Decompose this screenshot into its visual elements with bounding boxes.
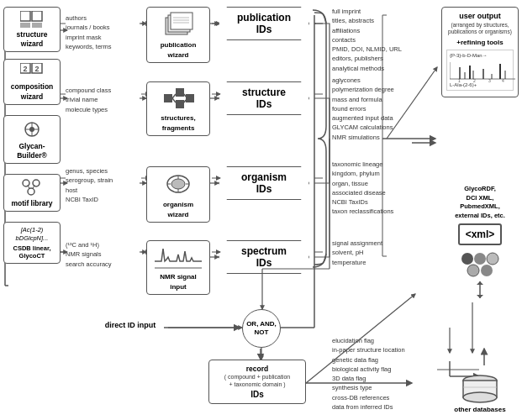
svg-point-34 <box>29 127 34 132</box>
structure-wizard-label: structure wizard <box>17 30 48 48</box>
svg-line-94 <box>387 67 437 139</box>
svg-line-50 <box>172 94 176 98</box>
svg-point-55 <box>171 179 185 189</box>
svg-marker-82 <box>477 295 483 298</box>
xml-box: <xml> <box>458 223 502 245</box>
svg-rect-48 <box>176 100 184 108</box>
left-wizards-column: structure wizard 2 2 composition wizard … <box>3 7 61 264</box>
logic-label: OR, AND, NOT <box>243 320 280 336</box>
comp-input-molecule: molecule types <box>66 105 111 114</box>
svg-text:2: 2 <box>23 65 27 73</box>
org-right-desc: taxonomic lineage kingdom, phylum organ,… <box>332 160 393 217</box>
svg-rect-25 <box>20 23 30 28</box>
record-right-desc: elucidation flag in-paper structure loca… <box>332 336 405 412</box>
spec-input-labels: (¹³C and ¹H) NMR signals search accuracy <box>66 240 112 269</box>
pub-input-authors: authors <box>66 13 112 23</box>
pub-right-desc: full imprint titles, abstracts affiliati… <box>332 7 402 73</box>
logic-circle: OR, AND, NOT <box>242 309 281 348</box>
organism-wizard-center-label: organismwizard <box>163 201 193 218</box>
org-input-genus: genus, species <box>66 166 113 176</box>
csdb-linear-label2: CSDB linear,GlycoCT <box>6 244 58 260</box>
other-databases: other databases <box>441 374 519 413</box>
glycordf-section: GlycoRDF,DCI XML,PubmedXML,external IDs,… <box>441 185 519 302</box>
motif-library-label: motif library <box>11 199 52 207</box>
glycordf-title: GlycoRDF,DCI XML,PubmedXML,external IDs,… <box>441 185 519 220</box>
svg-line-53 <box>184 100 186 102</box>
pub-input-labels: authors journals / books imprint mask ke… <box>66 13 112 51</box>
svg-rect-47 <box>176 88 184 97</box>
publication-ids-shape: publicationIDs <box>219 7 309 40</box>
svg-point-78 <box>467 265 479 276</box>
motif-library-box[interactable]: motif library <box>3 174 61 212</box>
structures-wizard-center-label: structures,fragments <box>161 114 195 132</box>
svg-line-51 <box>172 98 176 102</box>
pub-input-journals: journals / books <box>66 23 112 32</box>
org-input-serogroup: serogroup, strain <box>66 176 113 185</box>
nmr-wizard-center[interactable]: NMR signalinput <box>146 240 210 295</box>
pub-wizard-center-label: publicationwizard <box>161 41 197 59</box>
record-label: record <box>216 365 298 373</box>
publication-ids-label: publicationIDs <box>237 12 291 36</box>
pub-wizard-center[interactable]: publicationwizard <box>146 7 210 63</box>
composition-wizard-box[interactable]: 2 2 composition wizard <box>3 59 61 104</box>
structure-wizard-box[interactable]: structure wizard <box>3 7 61 52</box>
svg-line-52 <box>184 94 186 97</box>
other-databases-label: other databases <box>441 406 519 413</box>
spectrum-chart-container: {P-3}-b-D-Man→ 1 2 3 4 L-Ala-(2 <box>446 50 514 91</box>
svg-point-77 <box>487 253 498 265</box>
svg-point-75 <box>461 253 473 265</box>
svg-rect-23 <box>20 11 30 21</box>
svg-rect-24 <box>32 11 42 21</box>
svg-text:2: 2 <box>34 65 39 73</box>
spec-input-nmr: NMR signals <box>66 249 112 259</box>
svg-rect-46 <box>164 94 172 102</box>
user-output-title: user output <box>446 12 514 20</box>
structure-ids-shape: structureIDs <box>219 81 309 115</box>
svg-rect-49 <box>186 94 194 102</box>
right-bracket-ids <box>311 8 330 269</box>
composition-wizard-label: composition wizard <box>11 82 54 100</box>
svg-marker-81 <box>477 281 483 285</box>
spectrum-ids-label: spectrumIDs <box>241 245 287 270</box>
organism-wizard-center[interactable]: organismwizard <box>146 166 210 223</box>
struct-right-desc: aglycones polymerization degree mass and… <box>332 76 394 142</box>
svg-point-79 <box>481 265 493 276</box>
organism-ids-shape: organismIDs <box>219 166 309 200</box>
spec-input-accuracy: search accuracy <box>66 260 112 269</box>
spec-input-c13h1: (¹³C and ¹H) <box>66 240 112 249</box>
svg-text:3: 3 <box>488 78 491 82</box>
main-diagram: structure wizard 2 2 composition wizard … <box>0 0 522 420</box>
org-input-host: host <box>66 186 113 195</box>
record-subtitle: ( compound + publication+ taxonomic doma… <box>216 373 298 388</box>
comp-input-trivial: trivial name <box>66 95 111 104</box>
glycan-builder-label: Glycan- Builder® <box>17 142 47 160</box>
svg-point-37 <box>28 188 34 195</box>
svg-text:4: 4 <box>502 78 504 82</box>
org-input-labels: genus, species serogroup, strain host NC… <box>66 166 113 204</box>
svg-rect-42 <box>171 13 192 29</box>
structures-wizard-center[interactable]: structures,fragments <box>146 81 210 136</box>
csdb-linear-box[interactable]: [Ac(1-2)bDGlcpN]... CSDB linear,GlycoCT <box>3 222 61 264</box>
spec-right-desc: signal assignment solvent, pH temperatur… <box>332 239 382 267</box>
svg-rect-26 <box>32 23 42 28</box>
user-output-panel: user output (arranged by structures,publ… <box>441 7 519 97</box>
organism-ids-label: organismIDs <box>241 171 287 196</box>
direct-id-label: direct ID input <box>97 321 164 329</box>
svg-point-85 <box>463 392 497 402</box>
glycan-builder-box[interactable]: Glycan- Builder® <box>3 115 61 164</box>
comp-input-labels: compound class trivial name molecule typ… <box>66 86 111 114</box>
spectrum-top-label: {P-3}-b-D-Man→ <box>450 53 510 58</box>
user-output-subtitle: (arranged by structures,publications or … <box>446 22 514 36</box>
org-input-ncbi: NCBI TaxID <box>66 195 113 204</box>
svg-point-76 <box>474 253 486 265</box>
pub-input-imprint: imprint mask <box>66 33 112 42</box>
csdb-linear-label: [Ac(1-2)bDGlcpN]... <box>6 226 58 243</box>
structure-ids-label: structureIDs <box>242 87 286 111</box>
pub-input-keywords: keywords, terms <box>66 42 112 51</box>
spectrum-bottom-label: L-Ala-(2-6)+ <box>450 82 510 87</box>
record-box: record ( compound + publication+ taxonom… <box>208 360 306 404</box>
comp-input-class: compound class <box>66 86 111 95</box>
record-ids-label: IDs <box>216 390 298 399</box>
spectrum-ids-shape: spectrumIDs <box>219 240 309 274</box>
refining-tools-label: +refining tools <box>446 39 514 46</box>
